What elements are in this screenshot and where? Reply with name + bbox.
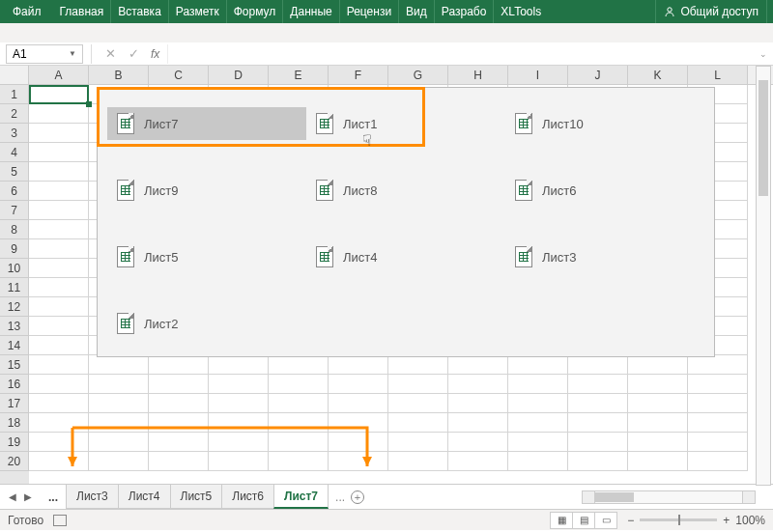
sheet-item[interactable]: Лист6	[505, 174, 704, 207]
sheet-tab[interactable]: Лист3	[66, 485, 119, 509]
tab-developer[interactable]: Разрабо	[435, 0, 495, 23]
cell[interactable]	[29, 239, 89, 259]
row-header[interactable]: 19	[0, 433, 29, 452]
cell[interactable]	[508, 413, 568, 433]
select-all-corner[interactable]	[0, 66, 29, 84]
add-sheet-button[interactable]: +	[351, 490, 364, 504]
cell[interactable]	[209, 355, 269, 375]
cell[interactable]	[448, 355, 508, 375]
confirm-formula-button[interactable]: ✓	[124, 44, 143, 64]
zoom-slider[interactable]	[640, 518, 717, 521]
share-button[interactable]: Общий доступ	[655, 0, 767, 23]
cell[interactable]	[508, 433, 568, 452]
cell[interactable]	[568, 355, 628, 375]
tab-overflow-left[interactable]: ...	[41, 490, 66, 504]
cell[interactable]	[388, 375, 448, 394]
cell[interactable]	[29, 375, 89, 394]
cell[interactable]	[29, 85, 89, 104]
fx-label[interactable]: fx	[151, 47, 159, 61]
cell[interactable]	[29, 278, 89, 297]
cell[interactable]	[269, 394, 329, 413]
scrollbar-thumb[interactable]	[595, 492, 634, 502]
cell[interactable]	[388, 413, 448, 433]
cell[interactable]	[269, 413, 329, 433]
cell[interactable]	[388, 433, 448, 452]
sheet-tab[interactable]: Лист4	[118, 485, 171, 509]
col-header[interactable]: F	[329, 66, 388, 84]
zoom-out-button[interactable]: −	[627, 514, 634, 527]
nav-prev-icon[interactable]: ◀	[6, 491, 19, 502]
row-header[interactable]: 17	[0, 394, 29, 413]
col-header[interactable]: G	[388, 66, 448, 84]
cell[interactable]	[329, 375, 388, 394]
cell[interactable]	[149, 413, 209, 433]
cell[interactable]	[269, 452, 329, 471]
cell[interactable]	[149, 355, 209, 375]
col-header[interactable]: B	[89, 66, 149, 84]
col-header[interactable]: J	[568, 66, 628, 84]
cell[interactable]	[29, 394, 89, 413]
cell[interactable]	[29, 220, 89, 239]
cell[interactable]	[568, 452, 628, 471]
fill-handle[interactable]	[86, 101, 92, 107]
sheet-item[interactable]: Лист8	[306, 174, 505, 207]
sheet-item[interactable]: Лист5	[107, 240, 306, 273]
tab-layout[interactable]: Разметк	[169, 0, 227, 23]
tab-data[interactable]: Данные	[283, 0, 339, 23]
cell[interactable]	[269, 355, 329, 375]
expand-formula-bar-icon[interactable]: ⌄	[754, 49, 773, 59]
row-header[interactable]: 1	[0, 85, 29, 104]
cell[interactable]	[149, 394, 209, 413]
cell[interactable]	[568, 433, 628, 452]
sheet-item[interactable]: Лист9	[107, 174, 306, 207]
sheet-item[interactable]: Лист7	[107, 107, 306, 140]
cell[interactable]	[209, 452, 269, 471]
col-header[interactable]: K	[628, 66, 688, 84]
row-header[interactable]: 15	[0, 355, 29, 375]
sheet-item[interactable]: Лист1	[306, 107, 505, 140]
tab-home[interactable]: Главная	[53, 0, 112, 23]
row-header[interactable]: 18	[0, 413, 29, 433]
row-header[interactable]: 11	[0, 278, 29, 297]
cell[interactable]	[628, 394, 688, 413]
scrollbar-thumb[interactable]	[759, 80, 768, 196]
cell[interactable]	[209, 433, 269, 452]
cell[interactable]	[29, 317, 89, 336]
cell[interactable]	[209, 413, 269, 433]
view-normal-button[interactable]: ▦	[550, 512, 573, 529]
cell[interactable]	[628, 452, 688, 471]
vertical-scrollbar[interactable]	[756, 66, 771, 486]
cell[interactable]	[89, 394, 149, 413]
cell[interactable]	[388, 394, 448, 413]
col-header[interactable]: C	[149, 66, 209, 84]
cell[interactable]	[688, 452, 748, 471]
row-header[interactable]: 6	[0, 182, 29, 201]
view-page-break-button[interactable]: ▭	[594, 512, 617, 529]
cell[interactable]	[688, 413, 748, 433]
cell[interactable]	[29, 355, 89, 375]
cell[interactable]	[29, 182, 89, 201]
sheet-tab-active[interactable]: Лист7	[273, 485, 329, 509]
cell[interactable]	[388, 452, 448, 471]
cell[interactable]	[628, 433, 688, 452]
cell[interactable]	[688, 433, 748, 452]
col-header[interactable]: D	[209, 66, 269, 84]
tab-review[interactable]: Рецензи	[340, 0, 399, 23]
cell[interactable]	[508, 375, 568, 394]
cell[interactable]	[388, 355, 448, 375]
cell[interactable]	[329, 452, 388, 471]
row-header[interactable]: 2	[0, 104, 29, 124]
row-header[interactable]: 10	[0, 259, 29, 278]
cell[interactable]	[508, 355, 568, 375]
cell[interactable]	[29, 143, 89, 162]
sheet-item[interactable]: Лист10	[505, 107, 704, 140]
cancel-formula-button[interactable]: ✕	[100, 44, 120, 64]
cell[interactable]	[329, 394, 388, 413]
row-header[interactable]: 8	[0, 220, 29, 239]
cell[interactable]	[508, 452, 568, 471]
sheet-item[interactable]: Лист2	[107, 307, 306, 340]
row-header[interactable]: 9	[0, 239, 29, 259]
cell[interactable]	[149, 433, 209, 452]
zoom-level[interactable]: 100%	[735, 514, 765, 527]
tab-overflow-right[interactable]: ... +	[328, 490, 372, 504]
